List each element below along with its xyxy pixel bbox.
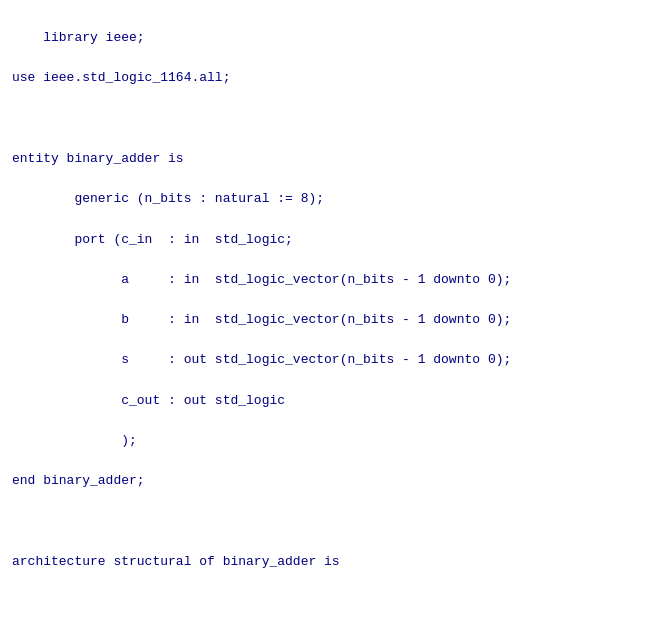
code-line-2: use ieee.std_logic_1164.all; [12,68,660,88]
code-display: library ieee; use ieee.std_logic_1164.al… [12,8,660,636]
code-line-16: signal ha, carry : std_logic_vector(n_bi… [12,632,660,636]
code-line-7: a : in std_logic_vector(n_bits - 1 downt… [12,270,660,290]
code-line-13 [12,512,660,532]
code-line-3 [12,109,660,129]
code-line-14: architecture structural of binary_adder … [12,552,660,572]
code-line-10: c_out : out std_logic [12,391,660,411]
code-line-4: entity binary_adder is [12,149,660,169]
code-line-5: generic (n_bits : natural := 8); [12,189,660,209]
code-line-9: s : out std_logic_vector(n_bits - 1 down… [12,350,660,370]
code-line-12: end binary_adder; [12,471,660,491]
code-line-11: ); [12,431,660,451]
code-line-1: library ieee; [12,28,660,48]
code-line-8: b : in std_logic_vector(n_bits - 1 downt… [12,310,660,330]
code-line-15 [12,592,660,612]
code-line-6: port (c_in : in std_logic; [12,230,660,250]
